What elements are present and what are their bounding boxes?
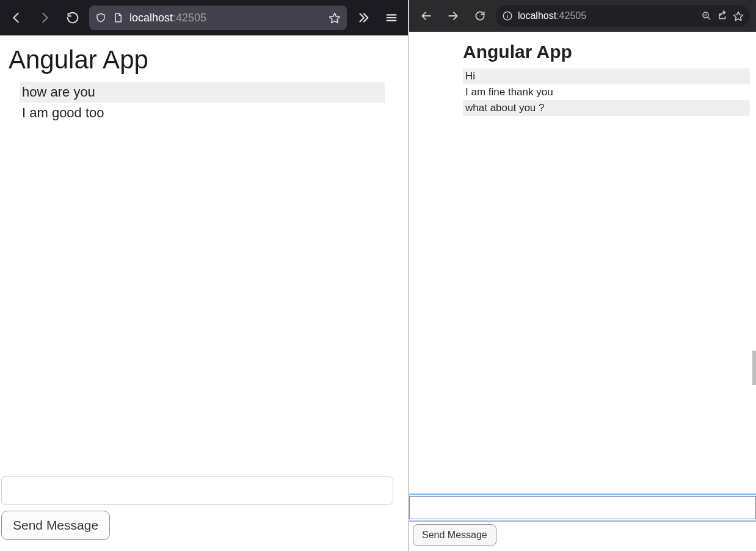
message-item: I am fine thank you bbox=[463, 84, 750, 100]
reload-icon bbox=[66, 11, 79, 24]
app-menu-button[interactable] bbox=[380, 6, 403, 29]
shield-icon bbox=[95, 12, 106, 23]
forward-button[interactable] bbox=[33, 6, 56, 29]
message-item: what about you ? bbox=[463, 100, 750, 116]
star-icon bbox=[329, 12, 341, 24]
message-list: how are you I am good too bbox=[20, 82, 385, 123]
star-icon bbox=[733, 10, 744, 21]
page-icon bbox=[112, 12, 123, 23]
url-port: :42505 bbox=[556, 10, 586, 21]
page-title: Angular App bbox=[9, 45, 402, 75]
composer: Send Message bbox=[0, 476, 394, 540]
url-port: :42505 bbox=[173, 12, 206, 24]
right-browser-window: localhost:42505 Angular App Hi I am fine… bbox=[409, 0, 756, 551]
bookmark-star-button[interactable] bbox=[733, 10, 744, 21]
overflow-button[interactable] bbox=[352, 6, 375, 29]
url-text: localhost:42505 bbox=[129, 12, 206, 24]
send-message-button[interactable]: Send Message bbox=[1, 511, 110, 540]
back-icon bbox=[10, 11, 23, 24]
url-text: localhost:42505 bbox=[518, 10, 586, 21]
message-item: I am good too bbox=[20, 103, 385, 123]
hamburger-icon bbox=[385, 11, 398, 24]
chrome-toolbar: localhost:42505 bbox=[409, 0, 756, 32]
page-title: Angular App bbox=[463, 42, 750, 62]
firefox-toolbar: localhost:42505 bbox=[0, 0, 408, 35]
info-icon bbox=[502, 10, 513, 21]
zoom-icon bbox=[701, 10, 712, 21]
svg-line-10 bbox=[708, 17, 710, 20]
overflow-chevrons-icon bbox=[357, 11, 370, 24]
svg-point-8 bbox=[507, 13, 508, 15]
svg-marker-12 bbox=[734, 12, 743, 20]
reload-button[interactable] bbox=[61, 6, 84, 29]
left-browser-window: localhost:42505 Angular App how are you … bbox=[0, 0, 409, 551]
message-input[interactable] bbox=[409, 496, 756, 519]
right-page-body: Angular App Hi I am fine thank you what … bbox=[409, 32, 756, 551]
reload-icon bbox=[474, 10, 486, 22]
zoom-button[interactable] bbox=[701, 10, 712, 21]
back-button[interactable] bbox=[415, 5, 437, 27]
forward-button[interactable] bbox=[442, 5, 464, 27]
address-bar[interactable]: localhost:42505 bbox=[89, 5, 347, 30]
back-button[interactable] bbox=[5, 6, 28, 29]
forward-icon bbox=[38, 11, 51, 24]
bookmark-star-button[interactable] bbox=[329, 12, 341, 24]
forward-icon bbox=[447, 10, 459, 22]
scroll-hint bbox=[752, 351, 756, 385]
message-list: Hi I am fine thank you what about you ? bbox=[463, 68, 750, 116]
message-item: Hi bbox=[463, 68, 750, 84]
send-message-button[interactable]: Send Message bbox=[413, 524, 496, 546]
url-host: localhost bbox=[129, 12, 173, 24]
share-button[interactable] bbox=[717, 10, 728, 21]
url-host: localhost bbox=[518, 10, 556, 21]
site-info-button[interactable] bbox=[502, 10, 513, 21]
address-bar[interactable]: localhost:42505 bbox=[496, 5, 750, 27]
back-icon bbox=[420, 10, 432, 22]
composer: Send Message bbox=[409, 496, 756, 546]
share-icon bbox=[717, 10, 728, 21]
left-page-body: Angular App how are you I am good too Se… bbox=[0, 35, 408, 551]
svg-marker-0 bbox=[330, 13, 340, 23]
message-item: how are you bbox=[20, 82, 385, 103]
reload-button[interactable] bbox=[469, 5, 491, 27]
message-input[interactable] bbox=[1, 476, 393, 505]
